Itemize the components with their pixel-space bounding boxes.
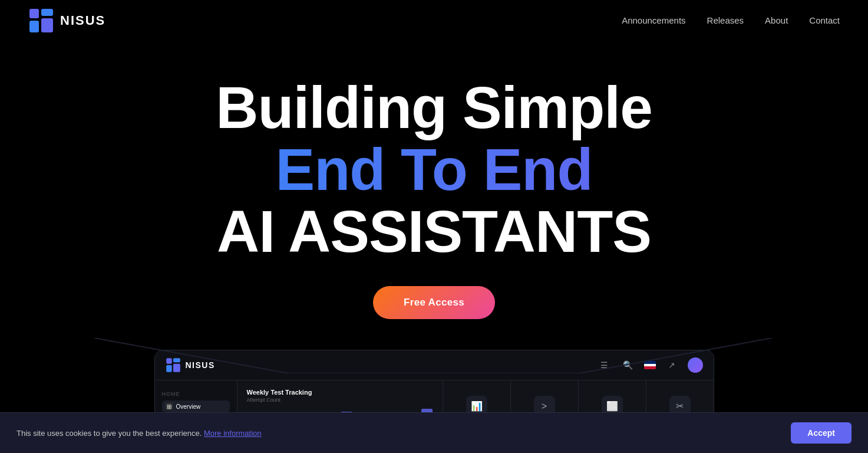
db-chart-title: Weekly Test Tracking [247,389,433,396]
db-menu-icon[interactable]: ☰ [597,357,612,373]
db-sidebar-item-overview[interactable]: ⊞ Overview [162,401,230,412]
db-sidebar-item-overview-label: Overview [176,403,201,410]
db-topbar-actions: ☰ 🔍 ↗ [597,357,703,373]
hero-line3: AI ASSISTANTS [216,201,652,262]
free-access-button[interactable]: Free Access [373,286,495,319]
logo-text: NISUS [60,13,105,28]
navigation: NISUS Announcements Releases About Conta… [0,0,868,41]
db-logo-icon [166,357,181,373]
cookie-message-text: This site uses cookies to give you the b… [16,429,202,438]
nav-item-releases[interactable]: Releases [707,15,744,26]
nav-item-contact[interactable]: Contact [809,15,840,26]
dashboard-topbar: NISUS ☰ 🔍 ↗ [155,350,714,380]
db-share-icon[interactable]: ↗ [664,357,679,373]
cookie-message: This site uses cookies to give you the b… [16,429,781,438]
nav-links: Announcements Releases About Contact [622,15,840,26]
svg-rect-3 [41,18,53,32]
nav-item-announcements[interactable]: Announcements [622,15,685,26]
db-sidebar-section-label: HOME [162,391,230,397]
db-search-icon[interactable]: 🔍 [621,357,636,373]
cookie-banner: This site uses cookies to give you the b… [0,412,868,453]
svg-rect-2 [41,9,53,16]
hero-cta-wrap: Free Access [373,286,495,319]
hero-section: Building Simple End To End AI ASSISTANTS… [0,41,868,319]
nav-item-about[interactable]: About [765,15,788,26]
db-avatar[interactable] [688,357,703,373]
db-chart-subtitle: Attempt Count [247,397,433,403]
db-logo: NISUS [166,357,215,373]
hero-line2: End To End [216,139,652,201]
svg-rect-7 [173,364,180,372]
db-logo-text: NISUS [186,360,215,370]
logo[interactable]: NISUS [28,8,105,34]
overview-icon: ⊞ [166,403,173,410]
hero-title: Building Simple End To End AI ASSISTANTS [216,77,652,262]
svg-rect-4 [166,358,171,363]
svg-rect-5 [166,365,171,372]
svg-rect-6 [173,358,180,362]
svg-rect-0 [29,9,39,18]
cookie-more-info-link[interactable]: More information [204,429,262,438]
logo-icon [28,8,54,34]
db-flag-icon [644,361,656,369]
svg-rect-1 [29,21,39,32]
hero-line1: Building Simple [216,77,652,139]
cookie-accept-button[interactable]: Accept [791,422,852,444]
